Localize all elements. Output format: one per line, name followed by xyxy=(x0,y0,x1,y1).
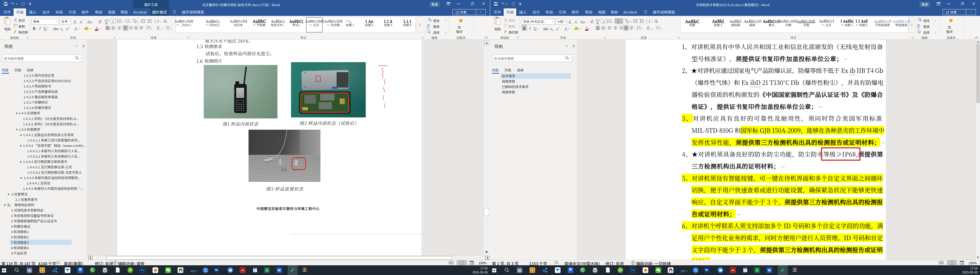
svg-text:A: A xyxy=(154,19,156,21)
svg-text:Z: Z xyxy=(154,21,156,23)
svg-text:Z: Z xyxy=(646,21,647,23)
svg-text:A: A xyxy=(646,19,648,21)
